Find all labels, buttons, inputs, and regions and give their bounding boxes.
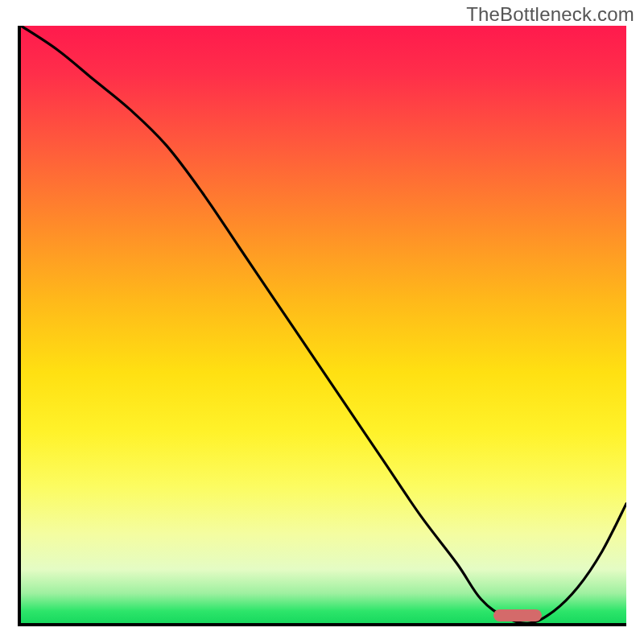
watermark-text: TheBottleneck.com <box>466 3 634 26</box>
optimal-marker <box>493 609 542 621</box>
chart-container: TheBottleneck.com <box>0 0 644 644</box>
plot-area <box>18 26 626 626</box>
bottleneck-curve <box>21 26 626 623</box>
curve-path <box>21 26 626 623</box>
